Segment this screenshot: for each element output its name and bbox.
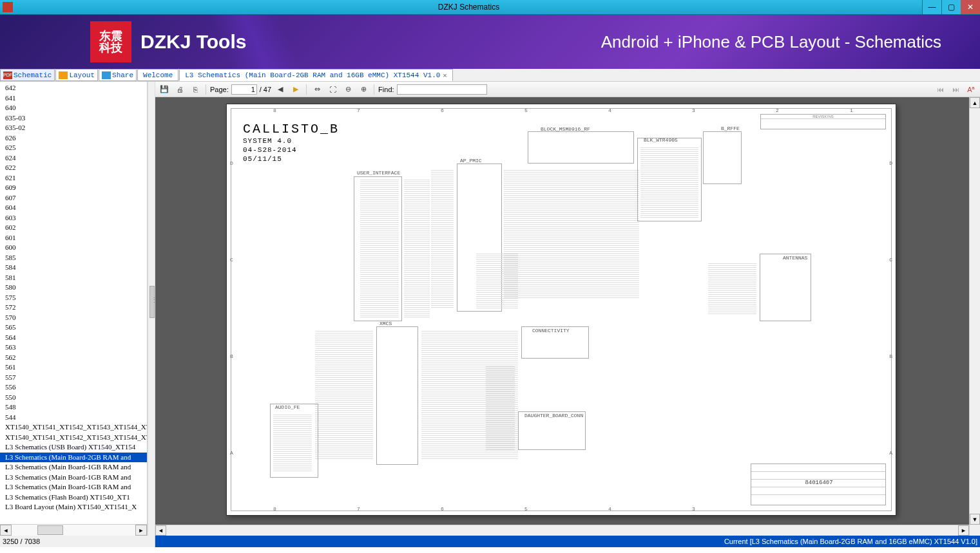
doc-tab-welcome[interactable]: Welcome — [137, 69, 178, 81]
tree-item[interactable]: 544 — [0, 413, 147, 423]
tree-item[interactable]: 584 — [0, 263, 147, 273]
tree-item[interactable]: 609 — [0, 183, 147, 193]
pdf-canvas[interactable]: 8 7 6 5 4 3 2 1 8 7 6 5 4 3 D — [155, 97, 980, 536]
match-case-button[interactable]: Aª — [965, 84, 977, 95]
grid-col: 4 — [608, 108, 611, 113]
splitter-handle[interactable] — [149, 286, 155, 318]
tree[interactable]: 642641640635-03635-026266256246226216096… — [0, 82, 147, 524]
tree-item[interactable]: 622 — [0, 163, 147, 173]
tree-item[interactable]: 561 — [0, 362, 147, 373]
tree-item[interactable]: 565 — [0, 323, 147, 333]
page-total: / 47 — [260, 86, 271, 93]
banner-subtitle: Android + iPhone & PCB Layout - Schemati… — [601, 32, 941, 52]
tab-label: Share — [112, 71, 133, 79]
page-label: Page: — [210, 86, 229, 93]
tab-schematic[interactable]: PDF Schematic — [0, 69, 55, 81]
revisions-block: REVISIONS — [760, 114, 886, 129]
find-input[interactable] — [397, 84, 487, 95]
tree-item[interactable]: L3 Board Layout (Main) XT1540_XT1541_X — [0, 502, 147, 512]
tree-item[interactable]: 602 — [0, 223, 147, 233]
tree-item[interactable]: 570 — [0, 313, 147, 323]
save-button[interactable]: 💾 — [158, 84, 171, 95]
workspace: 642641640635-03635-026266256246226216096… — [0, 82, 980, 536]
tree-item[interactable]: 557 — [0, 373, 147, 383]
v-scrollbar[interactable]: ▲ ▼ — [969, 97, 980, 536]
zoom-in-button[interactable]: ⊕ — [357, 84, 370, 95]
tree-item[interactable]: L3 Schematics (Main Board-1GB RAM and — [0, 482, 147, 492]
tree-item[interactable]: L3 Schematics (Main Board-1GB RAM and — [0, 462, 147, 473]
tree-item[interactable]: 572 — [0, 303, 147, 313]
grid-col: 7 — [357, 108, 360, 113]
tree-item[interactable]: 641 — [0, 93, 147, 104]
tree-item[interactable]: 626 — [0, 133, 147, 144]
tree-item[interactable]: 635-02 — [0, 123, 147, 133]
block-label: BLOCK_MSM8916_RF — [541, 126, 590, 132]
scroll-up-button[interactable]: ▲ — [970, 97, 980, 108]
tree-item[interactable]: XT1540_XT1541_XT1542_XT1543_XT1544_XT1 — [0, 433, 147, 443]
tree-item[interactable]: 581 — [0, 273, 147, 283]
close-button[interactable]: ✕ — [961, 0, 980, 14]
tree-item[interactable]: 621 — [0, 173, 147, 183]
tree-item[interactable]: 564 — [0, 333, 147, 343]
banner: 东震 科技 DZKJ Tools Android + iPhone & PCB … — [0, 15, 980, 69]
tree-item[interactable]: 556 — [0, 382, 147, 393]
print-button[interactable]: 🖨 — [173, 84, 186, 95]
grid-col: 6 — [441, 506, 444, 512]
maximize-button[interactable]: ▢ — [941, 0, 961, 14]
h-scrollbar[interactable]: ◄ ► — [155, 525, 969, 536]
prev-page-button[interactable]: ◀ — [274, 84, 287, 95]
tab-layout[interactable]: Layout — [55, 69, 98, 81]
tree-item[interactable]: 624 — [0, 153, 147, 164]
drawing-number: 84016407 — [751, 480, 885, 487]
zoom-out-button[interactable]: ⊖ — [341, 84, 354, 95]
h-scrollbar[interactable]: ◄ ► — [0, 524, 147, 536]
tab-share[interactable]: Share — [99, 69, 137, 81]
fit-width-button[interactable]: ⇔ — [311, 84, 323, 95]
tree-item[interactable]: L3 Schematics (Main Board-1GB RAM and — [0, 473, 147, 483]
tree-item[interactable]: 548 — [0, 402, 147, 413]
tree-item[interactable]: 601 — [0, 233, 147, 243]
tree-item[interactable]: 585 — [0, 253, 147, 263]
copy-button[interactable]: ⎘ — [189, 84, 202, 95]
find-label: Find: — [378, 86, 394, 93]
tree-item[interactable]: L3 Schematics (Flash Board) XT1540_XT1 — [0, 492, 147, 503]
tree-item[interactable]: L3 Schematics (Main Board-2GB RAM and — [0, 453, 147, 463]
block-label: AUDIO_FE — [275, 404, 300, 410]
doc-tab-schematic[interactable]: L3 Schematics (Main Board-2GB RAM and 16… — [179, 69, 453, 81]
scroll-down-button[interactable]: ▼ — [970, 514, 980, 525]
scroll-thumb[interactable] — [37, 525, 63, 535]
scroll-track[interactable] — [12, 525, 135, 536]
tree-item[interactable]: 640 — [0, 103, 147, 113]
tree-item[interactable]: 635-03 — [0, 113, 147, 124]
tree-item[interactable]: 563 — [0, 342, 147, 353]
tree-item[interactable]: 575 — [0, 293, 147, 303]
scroll-left-button[interactable]: ◄ — [155, 525, 166, 536]
scroll-left-button[interactable]: ◄ — [0, 525, 12, 536]
page-input[interactable] — [231, 84, 257, 95]
minimize-button[interactable]: — — [922, 0, 941, 14]
tree-item[interactable]: 604 — [0, 203, 147, 213]
tree-item[interactable]: L3 Schematics (USB Board) XT1540_XT154 — [0, 442, 147, 453]
pads-icon — [59, 71, 68, 79]
find-prev-button[interactable]: ⏮ — [934, 84, 946, 95]
scroll-right-button[interactable]: ► — [135, 525, 147, 536]
tree-item[interactable]: 562 — [0, 353, 147, 363]
close-icon[interactable]: × — [443, 71, 447, 79]
find-next-button[interactable]: ⏭ — [949, 84, 962, 95]
tree-item[interactable]: 580 — [0, 283, 147, 293]
tree-item[interactable]: 603 — [0, 213, 147, 223]
tree-item[interactable]: 607 — [0, 193, 147, 203]
scroll-right-button[interactable]: ► — [958, 525, 969, 536]
grid-col: 1 — [850, 108, 853, 113]
grid-row: A — [230, 450, 233, 456]
tree-item[interactable]: 642 — [0, 83, 147, 93]
block-label: ANTENNAS — [783, 255, 807, 261]
tree-item[interactable]: XT1540_XT1541_XT1542_XT1543_XT1544_XT1 — [0, 422, 147, 433]
tree-item[interactable]: 600 — [0, 243, 147, 253]
tree-item[interactable]: 550 — [0, 393, 147, 403]
splitter[interactable]: ▶ — [148, 82, 155, 536]
tree-item[interactable]: 625 — [0, 143, 147, 153]
sidebar: 642641640635-03635-026266256246226216096… — [0, 82, 148, 536]
fit-page-button[interactable]: ⛶ — [326, 84, 339, 95]
next-page-button[interactable]: ▶ — [289, 84, 302, 95]
